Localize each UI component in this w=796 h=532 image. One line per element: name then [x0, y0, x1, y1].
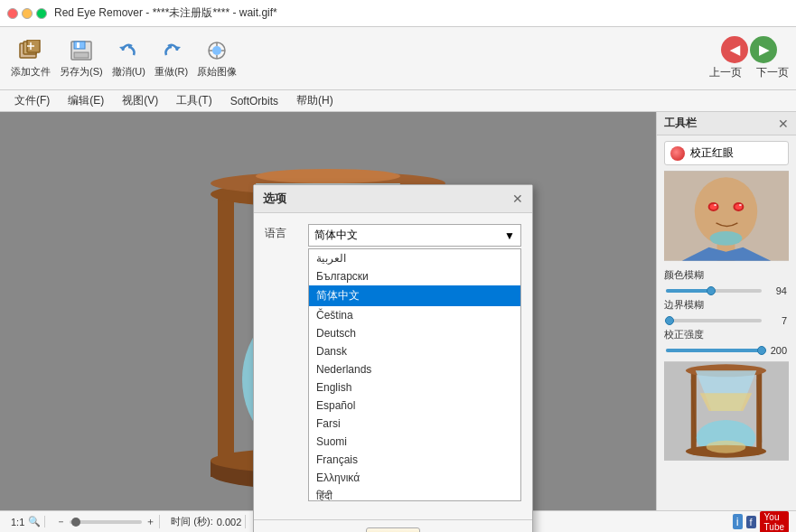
facebook-icon[interactable]: f: [746, 516, 756, 528]
dialog-close-button[interactable]: ✕: [512, 191, 523, 206]
ok-button[interactable]: OK: [366, 527, 420, 532]
time-value: 0.002: [217, 517, 242, 527]
zoom-label: 1:1: [11, 517, 24, 527]
original-button[interactable]: 原始图像: [193, 36, 240, 80]
undo-label: 撤消(U): [112, 65, 145, 79]
lang-danish[interactable]: Dansk: [309, 342, 520, 360]
svg-rect-7: [74, 52, 89, 58]
language-dropdown-header[interactable]: 简体中文 ▼: [308, 224, 521, 247]
lang-dutch[interactable]: Nederlands: [309, 360, 520, 378]
zoom-segment: 1:1 🔍: [7, 516, 45, 527]
dialog-footer: OK: [254, 519, 532, 532]
lang-hindi[interactable]: हिंदी: [309, 487, 520, 501]
nav-controls: ◀ ▶ 上一页 下一页: [709, 36, 789, 80]
zoom-slider[interactable]: [70, 520, 142, 524]
language-field: 简体中文 ▼ العربية Български 简体中文 Čeština De…: [308, 224, 521, 501]
undo-button[interactable]: 撤消(U): [108, 36, 149, 80]
undo-icon: [116, 38, 141, 63]
menu-view[interactable]: 视图(V): [115, 91, 165, 110]
lang-french[interactable]: Français: [309, 451, 520, 469]
redo-label: 重做(R): [155, 65, 188, 79]
dropdown-arrow-icon: ▼: [504, 229, 515, 242]
menu-tools[interactable]: 工具(T): [169, 91, 219, 110]
lang-german[interactable]: Deutsch: [309, 324, 520, 342]
menu-file[interactable]: 文件(F): [7, 91, 57, 110]
save-as-button[interactable]: 另存为(S): [56, 36, 107, 80]
add-file-label: 添加文件: [11, 65, 51, 79]
lang-arabic[interactable]: العربية: [309, 249, 520, 267]
zoom-slider-segment: － ＋: [52, 515, 160, 528]
language-list[interactable]: العربية Български 简体中文 Čeština Deutsch D…: [308, 248, 521, 501]
window-title: Red Eye Remover - ****未注册版**** - wait.gi…: [54, 5, 277, 21]
lang-greek[interactable]: Ελληνικά: [309, 469, 520, 487]
language-label: 语言: [265, 224, 301, 241]
current-lang-text: 简体中文: [314, 228, 358, 243]
zoom-icon: 🔍: [28, 516, 41, 527]
time-segment: 时间 (秒): 0.002: [167, 515, 246, 528]
lang-czech[interactable]: Čeština: [309, 306, 520, 324]
save-as-icon: [69, 38, 94, 63]
redo-button[interactable]: 重做(R): [151, 36, 192, 80]
zoom-minus-icon[interactable]: －: [56, 515, 66, 528]
menubar: 文件(F) 编辑(E) 视图(V) 工具(T) SoftOrbits 帮助(H): [0, 90, 796, 112]
menu-softorbits[interactable]: SoftOrbits: [223, 93, 286, 109]
lang-english[interactable]: English: [309, 378, 520, 397]
lang-chinese-simplified[interactable]: 简体中文: [309, 285, 520, 306]
save-as-label: 另存为(S): [60, 65, 103, 79]
time-label: 时间 (秒):: [171, 515, 212, 528]
maximize-dot[interactable]: [36, 8, 47, 19]
redo-icon: [159, 38, 184, 63]
zoom-plus-icon[interactable]: ＋: [145, 515, 155, 528]
dialog-titlebar: 选项 ✕: [254, 185, 532, 213]
dialog-body: 语言 简体中文 ▼ العربية Български 简体中文 Čeština: [254, 213, 532, 519]
lang-spanish[interactable]: Español: [309, 397, 520, 415]
original-icon: [204, 38, 229, 63]
dialog-overlay: 选项 ✕ 语言 简体中文 ▼ العربية Бълг: [0, 112, 796, 510]
minimize-dot[interactable]: [22, 8, 33, 19]
dialog-title: 选项: [263, 191, 286, 207]
youtube-icon[interactable]: YouTube: [760, 511, 789, 533]
lang-finnish[interactable]: Suomi: [309, 433, 520, 451]
zoom-slider-thumb[interactable]: [71, 518, 80, 527]
prev-page-button[interactable]: ◀: [721, 36, 748, 63]
add-file-icon: [18, 38, 43, 63]
menu-edit[interactable]: 编辑(E): [61, 91, 111, 110]
menu-help[interactable]: 帮助(H): [289, 91, 341, 110]
options-dialog: 选项 ✕ 语言 简体中文 ▼ العربية Бълг: [253, 184, 533, 532]
window-controls[interactable]: [7, 8, 47, 19]
lang-farsi[interactable]: Farsi: [309, 415, 520, 433]
lang-bulgarian[interactable]: Български: [309, 267, 520, 285]
prev-page-label: 上一页: [709, 65, 742, 80]
close-dot[interactable]: [7, 8, 18, 19]
titlebar: Red Eye Remover - ****未注册版**** - wait.gi…: [0, 0, 796, 27]
svg-point-10: [212, 46, 221, 55]
language-row: 语言 简体中文 ▼ العربية Български 简体中文 Čeština: [265, 224, 521, 501]
info-icon[interactable]: i: [733, 514, 743, 529]
next-page-button[interactable]: ▶: [750, 36, 777, 63]
add-file-button[interactable]: 添加文件: [7, 36, 54, 80]
svg-rect-8: [77, 42, 80, 48]
original-label: 原始图像: [197, 65, 237, 79]
next-page-label: 下一页: [756, 65, 789, 80]
main-content: ? 工具栏 ✕ 校正红眼: [0, 112, 796, 510]
toolbar: 添加文件 另存为(S) 撤消(U): [0, 27, 796, 90]
